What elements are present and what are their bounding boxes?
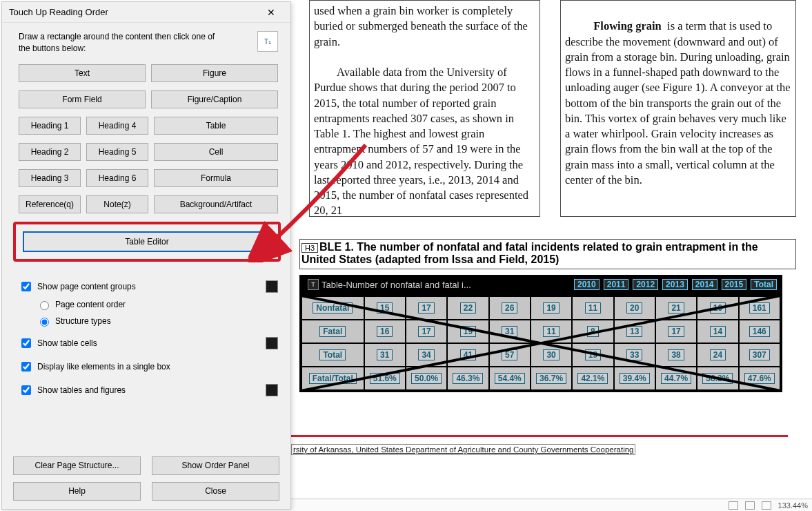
table-cell: 307 <box>739 343 780 367</box>
table-cell: 11 <box>572 296 613 320</box>
table-cell: 20 <box>614 296 655 320</box>
dialog-titlebar: Touch Up Reading Order ✕ <box>2 2 290 23</box>
page-bottom-rule <box>291 435 788 437</box>
table-cell: 146 <box>739 320 780 343</box>
table-cell: 33 <box>614 343 655 367</box>
close-icon[interactable]: ✕ <box>257 2 285 23</box>
table-cell: 10 <box>697 296 738 320</box>
table-cell: 42.1% <box>572 367 613 390</box>
dialog-title: Touch Up Reading Order <box>9 2 108 23</box>
formula-button[interactable]: Formula <box>154 169 278 187</box>
table-row: Fatal/Total51.6%50.0%46.3%54.4%36.7%42.1… <box>301 367 780 390</box>
note-button[interactable]: Note(z) <box>86 195 148 213</box>
text-button[interactable]: Text <box>19 64 146 82</box>
cell-button[interactable]: Cell <box>154 143 278 161</box>
table-column-header: 2012 <box>633 279 658 290</box>
table-cell: 19 <box>572 343 613 367</box>
table-cell: 39.4% <box>614 367 655 390</box>
background-artifact-button[interactable]: Background/Artifact <box>154 195 278 213</box>
show-order-panel-button[interactable]: Show Order Panel <box>152 456 279 475</box>
table-cell: 51.6% <box>364 367 406 390</box>
table-body: Nonfatal151722261911202110161Fatal161719… <box>301 296 781 391</box>
table-cell: 54.4% <box>489 367 531 390</box>
table-cell: 46.3% <box>447 367 488 390</box>
table-cell: 21 <box>655 296 697 320</box>
table-cell: 38 <box>655 343 697 367</box>
table-editor-button[interactable]: Table Editor <box>23 231 271 252</box>
table-cell: 44.7% <box>655 367 697 390</box>
table-cell: 26 <box>489 296 531 320</box>
document-text-column-right: Flowing grain is a term that is used to … <box>560 0 796 217</box>
display-like-elements-checkbox[interactable]: Display like elements in a single box <box>19 360 170 374</box>
dialog-instruction: Draw a rectangle around the content then… <box>19 31 226 55</box>
table-row: Total313441573019333824307 <box>301 343 780 367</box>
table-column-header: 2015 <box>722 279 747 290</box>
zoom-level: 133.44% <box>778 501 808 510</box>
table-cell: 8 <box>572 320 613 343</box>
content-groups-color-swatch[interactable] <box>266 280 278 293</box>
table-cell: 36.7% <box>531 367 572 390</box>
view-mode-icon-3[interactable] <box>762 501 771 510</box>
reading-order-icon[interactable]: T₁ <box>257 31 278 52</box>
figure-caption-button[interactable]: Figure/Caption <box>151 90 278 108</box>
table-cell: 31 <box>364 343 406 367</box>
reference-button[interactable]: Reference(q) <box>19 195 81 213</box>
table-cell: 17 <box>406 320 447 343</box>
table-row-name: Nonfatal <box>301 296 364 320</box>
table-column-header: 2010 <box>574 279 600 290</box>
table-button[interactable]: Table <box>154 117 278 135</box>
form-field-button[interactable]: Form Field <box>19 90 146 108</box>
structure-types-radio[interactable]: Structure types <box>37 316 278 327</box>
table-column-header: Total <box>751 279 777 290</box>
table-cell: 11 <box>531 320 572 343</box>
table-cell: 30 <box>531 343 572 367</box>
table-cell: 58.3% <box>697 367 738 390</box>
table-cell: 41 <box>447 343 488 367</box>
document-view: used when a grain bin worker is complete… <box>291 0 812 511</box>
heading6-button[interactable]: Heading 6 <box>86 169 148 187</box>
view-mode-icon-2[interactable] <box>745 501 755 510</box>
table-cells-color-swatch[interactable] <box>266 337 278 349</box>
table-caption: Table-Number of nonfatal and fatal i... <box>321 280 471 290</box>
table-cell: 17 <box>655 320 697 343</box>
table-cell: 22 <box>447 296 488 320</box>
document-text-column-left: used when a grain bin worker is complete… <box>309 0 540 217</box>
page-content-order-radio[interactable]: Page content order <box>37 299 278 310</box>
table-row-name: Fatal/Total <box>301 367 364 390</box>
table-column-header: 2013 <box>662 279 688 290</box>
heading2-button[interactable]: Heading 2 <box>19 143 81 161</box>
table-cell: 13 <box>614 320 655 343</box>
table-cell: 31 <box>489 320 531 343</box>
help-button[interactable]: Help <box>13 482 141 501</box>
table-cell: 47.6% <box>739 367 780 390</box>
heading3-button[interactable]: Heading 3 <box>19 169 81 187</box>
table-cell: 19 <box>447 320 488 343</box>
table-cell: 16 <box>364 320 406 343</box>
table-row: Fatal16171931118131714146 <box>301 320 780 343</box>
table-cell: 24 <box>697 343 738 367</box>
close-button[interactable]: Close <box>152 482 279 501</box>
show-table-cells-checkbox[interactable]: Show table cells <box>19 336 97 350</box>
tagged-table[interactable]: T Table-Number of nonfatal and fatal i..… <box>299 275 782 392</box>
view-mode-icon[interactable] <box>729 501 738 510</box>
heading4-button[interactable]: Heading 4 <box>86 117 148 135</box>
table-row: Nonfatal151722261911202110161 <box>301 296 780 320</box>
show-page-content-groups-checkbox[interactable]: Show page content groups <box>19 280 136 293</box>
tables-figures-color-swatch[interactable] <box>266 384 278 396</box>
table-title-tagged[interactable]: H3BLE 1. The number of nonfatal and fata… <box>299 239 796 269</box>
table-cell: 161 <box>739 296 780 320</box>
figure-button[interactable]: Figure <box>151 64 278 82</box>
h3-tag-label: H3 <box>301 243 318 253</box>
table-editor-highlight: Table Editor <box>13 222 281 262</box>
heading5-button[interactable]: Heading 5 <box>86 143 148 161</box>
table-cell: 50.0% <box>406 367 447 390</box>
clear-page-structure-button[interactable]: Clear Page Structure... <box>13 456 141 475</box>
heading1-button[interactable]: Heading 1 <box>19 117 81 135</box>
table-cell: 14 <box>697 320 738 343</box>
table-cell: 15 <box>364 296 406 320</box>
table-cell: 19 <box>531 296 572 320</box>
status-bar: 133.44% <box>291 499 812 511</box>
table-cell: 17 <box>406 296 447 320</box>
table-column-header: 2014 <box>692 279 717 290</box>
show-tables-figures-checkbox[interactable]: Show tables and figures <box>19 383 126 397</box>
